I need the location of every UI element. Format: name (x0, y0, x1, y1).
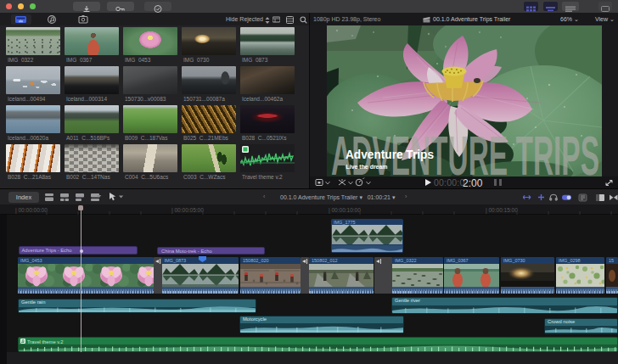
svg-text:2:00: 2:00 (463, 177, 483, 189)
svg-text:Live the dream: Live the dream (346, 163, 388, 171)
svg-text:00:00:0: 00:00:0 (434, 177, 464, 188)
svg-text:Adventure Trips: Adventure Trips (346, 147, 434, 161)
